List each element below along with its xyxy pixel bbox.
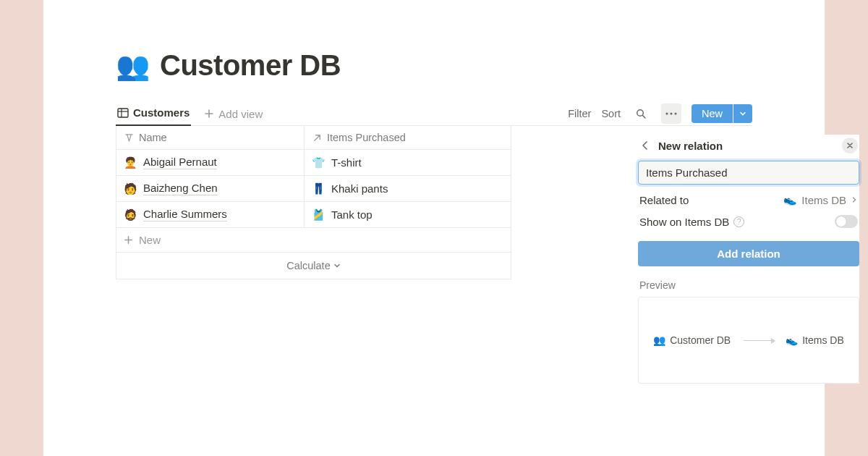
svg-rect-0 — [118, 109, 128, 117]
page-header: 👥 Customer DB — [116, 49, 752, 82]
more-button[interactable] — [661, 104, 681, 124]
item-icon: 👕 — [312, 156, 326, 169]
table-row[interactable]: 🧔 Charlie Summers 🎽 Tank top — [116, 202, 511, 228]
back-button[interactable] — [639, 140, 651, 151]
cell-item: T-shirt — [331, 156, 362, 169]
cell-name: Baizheng Chen — [143, 182, 218, 195]
relation-name-input[interactable] — [638, 161, 859, 185]
view-tabs-left: Customers Add view — [116, 102, 263, 125]
column-header-items[interactable]: Items Purchased — [305, 126, 511, 150]
add-view-button[interactable]: Add view — [204, 108, 263, 120]
panel-header: New relation — [638, 135, 859, 161]
table-row[interactable]: 🧑‍🦱 Abigail Pernaut 👕 T-shirt — [116, 150, 511, 176]
avatar-icon: 🧑 — [124, 182, 137, 195]
show-on-row: Show on Items DB ? — [638, 206, 859, 228]
related-db-icon: 👟 — [783, 193, 797, 206]
close-button[interactable] — [842, 138, 858, 153]
page-icon[interactable]: 👥 — [116, 52, 150, 80]
item-icon: 👖 — [312, 182, 326, 195]
cell-item: Khaki pants — [331, 182, 388, 195]
plus-icon — [204, 109, 214, 119]
sort-button[interactable]: Sort — [601, 108, 621, 119]
cell-item: Tank top — [331, 208, 373, 221]
svg-point-6 — [670, 112, 672, 114]
tab-customers[interactable]: Customers — [116, 102, 191, 126]
calculate-button[interactable]: Calculate — [116, 252, 511, 279]
cell-name: Abigail Pernaut — [143, 156, 217, 169]
svg-point-5 — [665, 112, 668, 114]
relation-preview: 👥 Customer DB 👟 Items DB — [638, 297, 859, 384]
relation-property-icon — [312, 132, 323, 143]
add-relation-button[interactable]: Add relation — [638, 241, 859, 266]
preview-right-label: Items DB — [802, 334, 844, 346]
column-header-name[interactable]: Name — [116, 126, 305, 150]
new-relation-panel: New relation Related to 👟 Items DB Show … — [638, 135, 859, 384]
add-row-button[interactable]: New — [116, 228, 511, 252]
related-to-row[interactable]: Related to 👟 Items DB — [638, 185, 859, 206]
new-button-group: New — [692, 104, 752, 123]
table-icon — [117, 107, 129, 119]
svg-point-7 — [674, 112, 676, 114]
close-icon — [846, 142, 854, 149]
view-toolbar: Filter Sort New — [568, 104, 752, 124]
filter-button[interactable]: Filter — [568, 108, 591, 119]
show-on-toggle[interactable] — [835, 215, 858, 228]
chevron-right-icon — [851, 196, 858, 203]
ellipsis-icon — [665, 112, 677, 115]
new-button[interactable]: New — [692, 104, 733, 123]
search-button[interactable] — [631, 104, 651, 124]
tab-label: Customers — [133, 106, 190, 119]
add-view-label: Add view — [218, 108, 263, 120]
help-icon[interactable]: ? — [733, 216, 744, 227]
preview-label: Preview — [638, 266, 859, 297]
chevron-down-icon — [739, 110, 746, 117]
page-card: 👥 Customer DB Customers Add view Filter … — [43, 0, 825, 456]
search-icon — [635, 108, 647, 119]
show-on-label: Show on Items DB — [639, 216, 729, 228]
calculate-label: Calculate — [286, 260, 330, 271]
arrow-left-icon — [639, 140, 651, 151]
table-row[interactable]: 🧑 Baizheng Chen 👖 Khaki pants — [116, 176, 511, 202]
related-db-name: Items DB — [801, 194, 846, 206]
text-property-icon — [124, 132, 135, 143]
customers-table: Name Items Purchased 🧑‍🦱 Abigail Pernaut… — [116, 126, 511, 279]
table-header: Name Items Purchased — [116, 126, 511, 150]
svg-line-4 — [642, 116, 645, 119]
avatar-icon: 🧔 — [124, 208, 137, 221]
avatar-icon: 🧑‍🦱 — [124, 156, 137, 169]
arrow-right-icon — [744, 340, 773, 341]
chevron-down-icon — [333, 262, 341, 269]
panel-title: New relation — [658, 140, 835, 152]
new-button-dropdown[interactable] — [733, 104, 752, 123]
page-title: Customer DB — [160, 49, 341, 82]
column-items-label: Items Purchased — [327, 132, 406, 143]
preview-left-icon: 👥 — [653, 334, 665, 346]
column-name-label: Name — [139, 132, 167, 143]
item-icon: 🎽 — [312, 208, 326, 221]
related-to-label: Related to — [639, 194, 689, 206]
plus-icon — [124, 235, 133, 245]
add-row-label: New — [139, 234, 161, 246]
preview-left-label: Customer DB — [670, 334, 731, 346]
cell-name: Charlie Summers — [143, 208, 227, 221]
preview-right-icon: 👟 — [786, 334, 798, 346]
view-tabs-bar: Customers Add view Filter Sort New — [116, 102, 752, 126]
